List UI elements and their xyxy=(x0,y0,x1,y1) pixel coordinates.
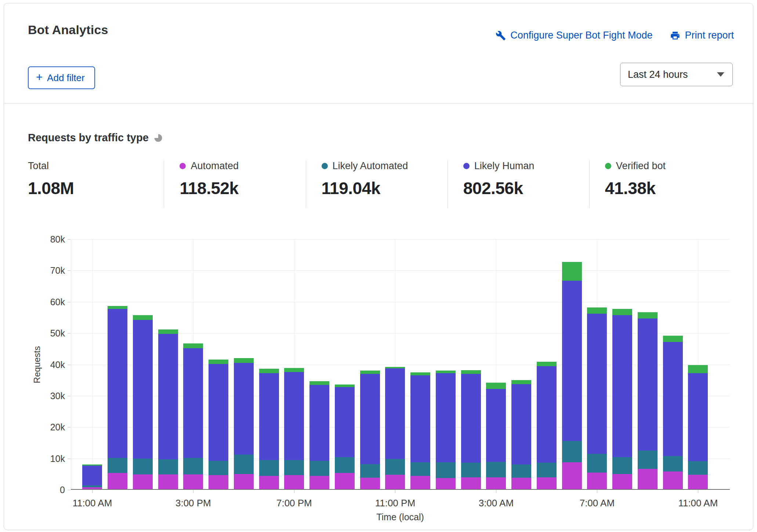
stat-value: 119.04k xyxy=(322,178,448,198)
bar-segment-likely-automated xyxy=(385,459,405,475)
bar-segment-likely-human xyxy=(335,387,355,457)
bar-segment-automated xyxy=(537,477,557,489)
stat-value: 1.08M xyxy=(28,178,164,198)
bar-segment-verified-bot xyxy=(638,312,658,318)
bar-segment-likely-human xyxy=(486,389,506,462)
chevron-down-icon xyxy=(717,72,724,77)
y-tick-label: 0 xyxy=(20,484,65,495)
y-tick-label: 40k xyxy=(20,359,65,370)
y-tick-mark xyxy=(68,302,70,302)
bar-segment-automated xyxy=(82,487,102,489)
bar-segment-verified-bot xyxy=(259,369,279,373)
bar-segment-likely-human xyxy=(158,334,178,459)
y-tick-mark xyxy=(68,427,70,427)
bar-segment-likely-human xyxy=(663,342,683,456)
bar-segment-likely-automated xyxy=(461,463,481,477)
bar-segment-likely-automated xyxy=(360,464,380,478)
bar-segment-automated xyxy=(284,475,304,489)
stacked-bar-13 xyxy=(410,372,430,489)
bar-segment-likely-automated xyxy=(234,455,254,474)
x-tick-label: 7:00 AM xyxy=(560,498,634,509)
bar-segment-likely-human xyxy=(410,375,430,462)
bar-segment-automated xyxy=(612,474,632,489)
y-tick-label: 20k xyxy=(20,422,65,433)
stat-verified-bot[interactable]: Verified bot41.38k xyxy=(589,160,731,208)
bar-segment-likely-human xyxy=(309,385,329,461)
stacked-bar-24 xyxy=(688,365,708,489)
stat-automated[interactable]: Automated118.52k xyxy=(164,160,305,208)
bar-segment-verified-bot xyxy=(537,362,557,366)
time-range-select[interactable]: Last 24 hours xyxy=(620,63,733,86)
y-tick-label: 70k xyxy=(20,265,65,276)
bar-segment-likely-automated xyxy=(335,457,355,473)
bar-segment-likely-automated xyxy=(133,459,153,474)
bar-segment-verified-bot xyxy=(511,380,531,384)
header-divider xyxy=(4,103,753,103)
legend-dot xyxy=(180,163,186,169)
x-tick-mark xyxy=(496,490,496,493)
stat-likely-automated[interactable]: Likely Automated119.04k xyxy=(306,160,448,208)
x-tick-label: 3:00 AM xyxy=(459,498,533,509)
x-tick-label: 11:00 AM xyxy=(661,498,735,509)
stacked-bar-5 xyxy=(209,360,228,489)
y-tick-mark xyxy=(68,239,70,240)
bar-segment-automated xyxy=(663,471,683,489)
stat-label-row: Likely Human xyxy=(463,160,589,172)
configure-super-bot-fight-mode-link[interactable]: Configure Super Bot Fight Mode xyxy=(496,30,652,41)
bar-segment-likely-automated xyxy=(486,462,506,477)
bar-segment-likely-automated xyxy=(410,462,430,476)
x-tick-mark xyxy=(193,490,193,493)
horizontal-gridline xyxy=(71,302,730,302)
y-tick-label: 50k xyxy=(20,328,65,339)
x-tick-mark xyxy=(395,490,395,493)
stat-label-row: Total xyxy=(28,160,164,172)
bar-segment-verified-bot xyxy=(108,306,127,309)
bar-segment-likely-human xyxy=(385,368,405,459)
y-tick-mark xyxy=(68,365,70,365)
stat-likely-human[interactable]: Likely Human802.56k xyxy=(448,160,589,208)
y-tick-label: 80k xyxy=(20,234,65,245)
stacked-bar-17 xyxy=(511,380,531,489)
stacked-bar-14 xyxy=(436,371,456,489)
y-tick-mark xyxy=(68,396,70,396)
bar-segment-verified-bot xyxy=(209,360,228,364)
bar-segment-likely-human xyxy=(360,374,380,464)
x-tick-mark xyxy=(597,490,597,493)
bar-segment-likely-automated xyxy=(663,456,683,472)
bar-segment-automated xyxy=(587,473,607,489)
bar-segment-likely-automated xyxy=(511,464,531,478)
bar-segment-verified-bot xyxy=(486,383,506,389)
print-link-label: Print report xyxy=(685,30,734,41)
bar-segment-likely-human xyxy=(511,384,531,464)
bar-segment-likely-human xyxy=(436,373,456,462)
print-report-link[interactable]: Print report xyxy=(670,30,734,41)
bar-segment-verified-bot xyxy=(587,307,607,314)
y-tick-mark xyxy=(68,270,70,271)
section-title-row: Requests by traffic type xyxy=(28,132,163,144)
bar-segment-verified-bot xyxy=(612,309,632,315)
bar-segment-likely-human xyxy=(638,318,658,451)
bar-segment-automated xyxy=(259,476,279,489)
bar-segment-verified-bot xyxy=(360,371,380,374)
legend-dot xyxy=(322,163,328,169)
bar-segment-verified-bot xyxy=(133,315,153,320)
bar-segment-automated xyxy=(209,475,228,489)
add-filter-button[interactable]: + Add filter xyxy=(28,66,95,89)
bar-segment-likely-automated xyxy=(259,460,279,476)
bar-segment-automated xyxy=(183,474,203,489)
stat-label: Likely Automated xyxy=(333,160,408,172)
bar-segment-automated xyxy=(133,474,153,489)
stat-label-row: Verified bot xyxy=(605,160,731,172)
bar-segment-verified-bot xyxy=(461,370,481,374)
y-tick-mark xyxy=(68,333,70,334)
x-tick-label: 11:00 AM xyxy=(55,498,129,509)
y-tick-label: 30k xyxy=(20,390,65,401)
bar-segment-automated xyxy=(335,473,355,489)
page-title: Bot Analytics xyxy=(28,23,108,37)
bar-segment-verified-bot xyxy=(234,358,254,363)
legend-dot xyxy=(463,163,470,169)
bar-segment-likely-automated xyxy=(537,463,557,477)
x-tick-mark xyxy=(698,490,698,493)
header-actions: Configure Super Bot Fight Mode Print rep… xyxy=(496,30,734,41)
y-tick-label: 10k xyxy=(20,453,65,464)
